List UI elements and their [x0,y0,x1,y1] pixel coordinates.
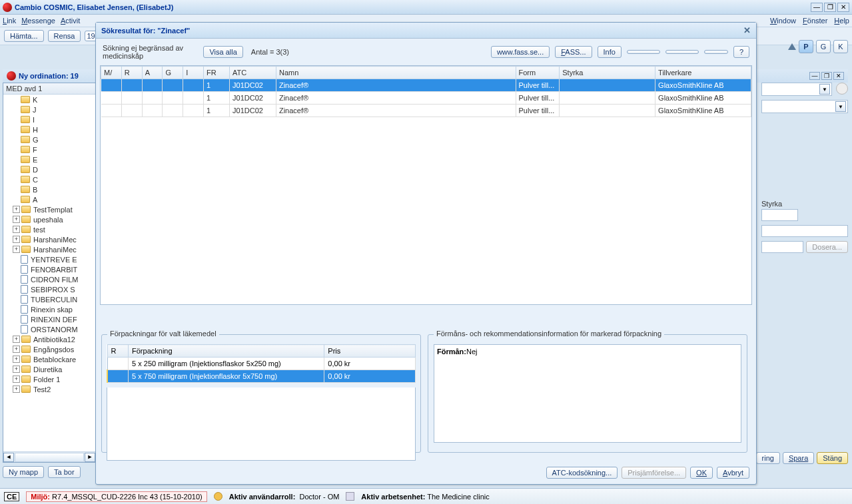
results-grid[interactable]: M/RAGIFRATCNamnFormStyrkaTillverkare1J01… [100,65,752,305]
tree-folder[interactable]: +Diuretika [5,364,94,374]
user-icon [214,492,222,501]
menu-messenger[interactable]: Messenge [21,17,55,25]
col-Tillverkare[interactable]: Tillverkare [655,67,751,79]
tree-folder[interactable]: +HarshaniMec [5,244,94,254]
tree-doc[interactable]: TUBERCULIN [5,294,94,304]
tree-letter-C[interactable]: C [5,174,94,184]
pkg-row[interactable]: 5 x 750 milligram (Injektionflaskor 5x75… [107,370,416,383]
menu-fonster[interactable]: Fönster [803,17,827,25]
antal-label: Antal = 3(3) [251,48,289,56]
combo-1[interactable]: ▼ [761,83,832,96]
prisjamforelse-button[interactable]: Prisjämförelse... [622,467,686,479]
window-controls: — ❐ ✕ [811,3,849,12]
grid-row[interactable]: 1J01DC02Zinacef®Pulver till...GlaxoSmith… [101,92,751,105]
ring-button[interactable]: ring [756,452,780,464]
minimize-icon[interactable]: — [811,3,823,12]
tree-folder[interactable]: +Engångsdos [5,344,94,354]
col-A[interactable]: A [142,67,163,79]
tree-letter-H[interactable]: H [5,125,94,134]
tree-folder[interactable]: +HarshaniMec [5,234,94,244]
rt-input-2[interactable] [761,225,848,237]
tree-letter-K[interactable]: K [5,95,94,105]
avbryt-button[interactable]: Avbryt [717,467,749,479]
sub-minimize-icon[interactable]: — [809,72,820,80]
sub-maximize-icon[interactable]: ❐ [821,72,832,80]
col-I[interactable]: I [183,67,204,79]
rensa-button[interactable]: Rensa [48,30,81,42]
scroll-left-icon[interactable]: ◄ [3,453,14,462]
info-button[interactable]: Info [598,46,622,58]
tree-folder[interactable]: +test [5,224,94,234]
maximize-icon[interactable]: ❐ [824,3,836,12]
tree[interactable]: KJIHGFEDCBA+TestTemplat+upeshala+test+Ha… [3,95,95,394]
pkg-col-Förpackning[interactable]: Förpackning [129,345,324,358]
blank-button-3[interactable] [704,50,728,54]
tree-folder[interactable]: +Test2 [5,384,94,394]
menu-help[interactable]: Help [834,17,849,25]
tree-folder[interactable]: +Betablockare [5,354,94,364]
pkg-col-Pris[interactable]: Pris [324,345,416,358]
menu-link[interactable]: LLinkink [3,17,16,25]
spara-button[interactable]: Spara [783,452,814,464]
pkg-col-R[interactable]: R [107,345,129,358]
fass-button[interactable]: FASS... [555,46,592,58]
dialog-close-icon[interactable]: ✕ [743,25,751,35]
tree-doc[interactable]: FENOBARBIT [5,264,94,274]
col-M/[interactable]: M/ [101,67,122,79]
grid-row[interactable]: 1J01DC02Zinacef®Pulver till...GlaxoSmith… [101,105,751,117]
tree-doc[interactable]: CIDRON FILM [5,274,94,284]
tree-letter-F[interactable]: F [5,144,94,154]
fass-se-button[interactable]: www.fass.se... [491,46,550,58]
tree-letter-B[interactable]: B [5,184,94,194]
tree-letter-E[interactable]: E [5,154,94,164]
hamta-button[interactable]: Hämta... [4,30,44,42]
styrka-input[interactable] [761,209,798,221]
col-Namn[interactable]: Namn [276,67,516,79]
ta-bort-button[interactable]: Ta bor [48,466,81,478]
tree-letter-D[interactable]: D [5,164,94,174]
pkg-row[interactable]: 5 x 250 milligram (Injektionsflaskor 5x2… [107,358,416,370]
tree-doc[interactable]: RINEXIN DEF [5,314,94,324]
status-circle-icon [836,83,848,95]
col-ATC[interactable]: ATC [230,67,276,79]
dosera-button[interactable]: Dosera... [806,241,848,253]
col-Styrka[interactable]: Styrka [560,67,655,79]
tree-folder[interactable]: +upeshala [5,214,94,224]
tree-letter-I[interactable]: I [5,115,94,125]
tree-folder[interactable]: +TestTemplat [5,204,94,214]
view-k-button[interactable]: K [833,40,848,53]
ok-button[interactable]: OK [690,467,713,479]
tree-folder[interactable]: +Antibiotika12 [5,334,94,344]
tree-letter-A[interactable]: A [5,194,94,204]
col-R[interactable]: R [121,67,142,79]
col-FR[interactable]: FR [204,67,230,79]
col-G[interactable]: G [163,67,183,79]
tree-scrollbar[interactable]: ◄ ► [3,451,95,462]
stang-button[interactable]: Stäng [817,452,848,464]
ny-mapp-button[interactable]: Ny mapp [3,466,44,478]
help-button[interactable]: ? [733,46,749,58]
col-Form[interactable]: Form [516,67,560,79]
rt-input-3[interactable] [761,241,803,253]
tree-letter-G[interactable]: G [5,134,94,144]
tree-folder[interactable]: +Folder 1 [5,374,94,384]
tree-doc[interactable]: Rinexin skap [5,304,94,314]
menu-activity[interactable]: Activit [61,17,80,25]
grid-row[interactable]: 1J01DC02Zinacef®Pulver till...GlaxoSmith… [101,79,751,92]
tree-doc[interactable]: SEBIPROX S [5,284,94,294]
atc-button[interactable]: ATC-kodsökning... [546,467,618,479]
menu-window[interactable]: Window [770,17,796,25]
triangle-icon[interactable] [788,43,796,50]
tree-doc[interactable]: YENTREVE E [5,254,94,264]
blank-button-2[interactable] [665,50,699,54]
close-icon[interactable]: ✕ [837,3,849,12]
scroll-right-icon[interactable]: ► [85,453,95,462]
tree-doc[interactable]: ORSTANORM [5,324,94,334]
blank-button-1[interactable] [627,50,660,54]
combo-2[interactable]: ▼ [761,100,848,113]
tree-letter-J[interactable]: J [5,105,94,115]
view-p-button[interactable]: P [799,40,813,53]
visa-alla-button[interactable]: Visa alla [203,46,242,58]
sub-close-icon[interactable]: ✕ [833,72,844,80]
view-g-button[interactable]: G [816,40,831,53]
